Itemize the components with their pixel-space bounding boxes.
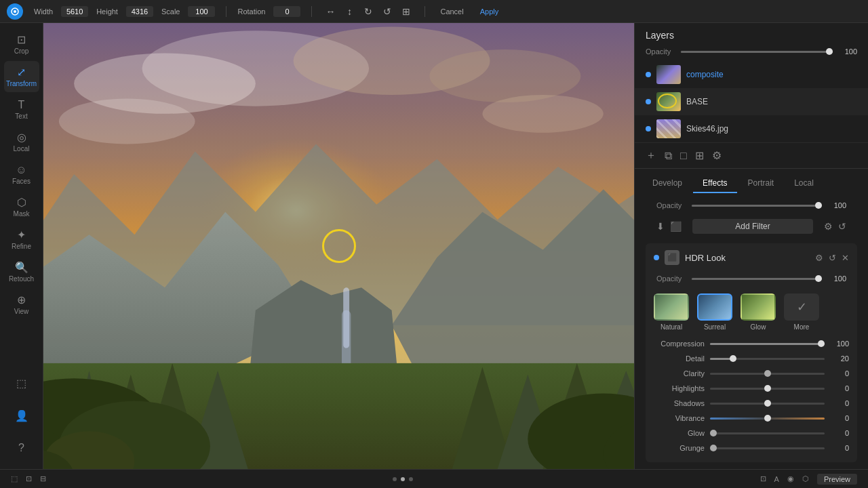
single-view-btn[interactable]: ⊡ xyxy=(26,474,32,483)
tool-refine[interactable]: ✦ Refine xyxy=(4,224,39,255)
tool-person[interactable]: 👤 xyxy=(4,400,39,431)
preview-button[interactable]: Preview xyxy=(817,474,857,485)
compression-slider[interactable] xyxy=(710,343,825,345)
tool-view[interactable]: ⊕ View xyxy=(4,289,39,320)
tool-transform[interactable]: ⤢ Transform xyxy=(4,61,39,92)
scale-value[interactable]: 100 xyxy=(188,6,215,17)
flip-h-icon[interactable]: ↔ xyxy=(323,4,338,19)
text-btn[interactable]: A xyxy=(774,475,779,483)
effects-opacity-value: 100 xyxy=(827,201,846,209)
highlights-slider[interactable] xyxy=(710,388,825,390)
layers-section: Layers Opacity 100 composite xyxy=(635,23,868,169)
cancel-button[interactable]: Cancel xyxy=(436,6,467,17)
clarity-slider[interactable] xyxy=(710,373,825,375)
tool-mask[interactable]: ⬡ Mask xyxy=(4,191,39,222)
hdr-look-icon: ⬛ xyxy=(665,250,679,265)
align-icon[interactable]: ⊞ xyxy=(399,4,414,19)
layer-actions: ＋ ⧉ □ ⊞ ⚙ xyxy=(635,142,868,168)
effects-undo-btn[interactable]: ↺ xyxy=(838,221,846,232)
tool-retouch[interactable]: 🔍 Retouch xyxy=(4,256,39,287)
faces-icon: ☺ xyxy=(16,164,26,176)
preset-natural-thumb xyxy=(654,293,689,321)
layer-skies[interactable]: Skies46.jpg xyxy=(635,115,868,142)
effects-camera-btn[interactable]: ⬛ xyxy=(670,221,682,232)
flip-v-icon[interactable]: ↕ xyxy=(342,4,357,19)
highlights-label: Highlights xyxy=(654,384,705,392)
effects-export-btn[interactable]: ⬇ xyxy=(656,221,665,232)
layer-settings-button[interactable]: ⚙ xyxy=(712,149,722,162)
duplicate-layer-button[interactable]: ⧉ xyxy=(665,150,672,162)
apply-button[interactable]: Apply xyxy=(476,6,503,17)
more-checkmark-icon: ✓ xyxy=(797,300,807,314)
rotation-value[interactable]: 0 xyxy=(273,6,300,17)
tool-help[interactable]: ? xyxy=(4,432,39,464)
width-value[interactable]: 5610 xyxy=(61,6,88,17)
grunge-slider[interactable] xyxy=(710,447,825,449)
tab-portrait[interactable]: Portrait xyxy=(738,174,784,193)
layer-skies-thumb xyxy=(656,119,681,138)
hdr-look-gear-button[interactable]: ⚙ xyxy=(815,253,823,263)
glow-slider[interactable] xyxy=(710,432,825,434)
preset-glow-thumb xyxy=(741,293,776,321)
share-btn[interactable]: ⬡ xyxy=(802,474,809,483)
preset-natural[interactable]: Natural xyxy=(654,293,689,331)
glow-label: Glow xyxy=(654,429,705,437)
compression-label: Compression xyxy=(654,340,705,348)
rotation-label: Rotation xyxy=(237,7,265,16)
layers-view-btn[interactable]: ⬚ xyxy=(11,474,18,483)
dot-3 xyxy=(409,477,413,481)
rotate-ccw-icon[interactable]: ↺ xyxy=(380,4,395,19)
layer-base[interactable]: BASE xyxy=(635,88,868,115)
tab-effects[interactable]: Effects xyxy=(693,174,736,193)
toolbar-divider-1 xyxy=(226,6,226,17)
hdr-opacity-slider[interactable] xyxy=(692,278,822,280)
tool-layers-bottom[interactable]: ⬚ xyxy=(4,367,39,399)
canvas-area[interactable] xyxy=(43,23,634,469)
shadows-label: Shadows xyxy=(654,399,705,407)
effects-gear-btn[interactable]: ⚙ xyxy=(824,221,833,232)
layer-composite-dot xyxy=(646,72,651,77)
tool-crop[interactable]: ⊡ Crop xyxy=(4,28,39,60)
add-layer-button[interactable]: ＋ xyxy=(646,148,656,163)
layer-composite-name: composite xyxy=(686,70,857,79)
height-label: Height xyxy=(96,7,118,16)
main-layout: ⊡ Crop ⤢ Transform T Text ◎ Local ☺ Face… xyxy=(0,23,868,469)
shadows-slider[interactable] xyxy=(710,403,825,405)
shadows-value: 0 xyxy=(830,399,849,407)
bottom-bar: ⬚ ⊡ ⊟ ⊡ A ◉ ⬡ Preview xyxy=(0,469,868,488)
hdr-look-undo-button[interactable]: ↺ xyxy=(829,253,836,263)
height-value[interactable]: 4316 xyxy=(126,6,153,17)
layer-composite[interactable]: composite xyxy=(635,61,868,88)
group-layer-button[interactable]: ⊞ xyxy=(695,149,704,162)
preset-glow[interactable]: Glow xyxy=(741,293,776,331)
hdr-look-title: HDR Look xyxy=(685,253,810,263)
crop-view-btn[interactable]: ⊡ xyxy=(760,474,766,483)
detail-slider[interactable] xyxy=(710,358,825,360)
detail-label: Detail xyxy=(654,354,705,363)
mask-layer-button[interactable]: □ xyxy=(680,150,687,162)
tool-local[interactable]: ◎ Local xyxy=(4,126,39,157)
preset-surreal[interactable]: Surreal xyxy=(697,293,732,331)
hdr-opacity-row: Opacity 100 xyxy=(646,272,857,288)
vibrance-slider[interactable] xyxy=(710,418,825,420)
hdr-look-close-button[interactable]: ✕ xyxy=(842,253,849,263)
effects-opacity-slider[interactable] xyxy=(692,205,822,207)
rotate-cw-icon[interactable]: ↻ xyxy=(361,4,376,19)
effects-opacity-row: Opacity 100 xyxy=(646,199,857,215)
split-view-btn[interactable]: ⊟ xyxy=(40,474,46,483)
preset-more[interactable]: ✓ More xyxy=(784,293,819,331)
tool-faces[interactable]: ☺ Faces xyxy=(4,159,39,190)
circle-btn[interactable]: ◉ xyxy=(787,474,794,483)
width-label: Width xyxy=(34,7,53,16)
tool-text[interactable]: T Text xyxy=(4,94,39,125)
person-icon: 👤 xyxy=(15,409,28,422)
layers-opacity-slider[interactable] xyxy=(681,51,833,53)
tab-local[interactable]: Local xyxy=(785,174,823,193)
hdr-look-dot xyxy=(654,255,659,260)
tab-develop[interactable]: Develop xyxy=(643,174,692,193)
left-sidebar: ⊡ Crop ⤢ Transform T Text ◎ Local ☺ Face… xyxy=(0,23,43,469)
toolbar-divider-3 xyxy=(425,6,425,17)
toolbar-divider-2 xyxy=(311,6,312,17)
add-filter-button[interactable]: Add Filter xyxy=(692,219,813,234)
svg-point-1 xyxy=(14,10,16,13)
